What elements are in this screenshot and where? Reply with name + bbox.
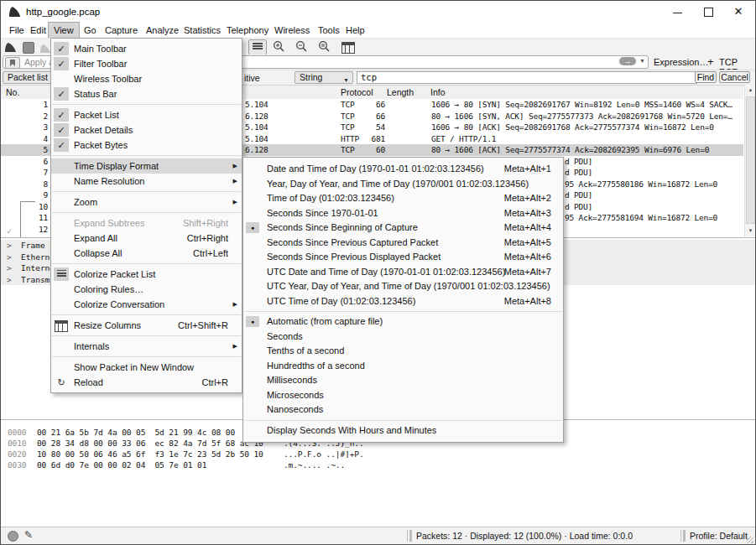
menu-item-label: Hundredths of a second: [267, 359, 365, 374]
zoom-reset-icon[interactable]: [318, 40, 331, 55]
view-menu-item-zoom[interactable]: Zoom▶: [51, 195, 242, 210]
time-format-option-microseconds[interactable]: Microseconds: [243, 388, 563, 403]
hex-ascii: .m.~.... .~..: [284, 459, 345, 470]
time-format-option-date-and-time-of-day-1970-01-01-01-02-03-123456[interactable]: Date and Time of Day (1970-01-01 01:02:0…: [243, 162, 563, 177]
view-menu-item-internals[interactable]: Internals▶: [51, 339, 242, 354]
view-menu-item-collapse-all[interactable]: Collapse AllCtrl+Left: [51, 246, 242, 261]
time-format-option-nanoseconds[interactable]: Nanoseconds: [243, 402, 563, 418]
view-menu-item-expand-all[interactable]: Expand AllCtrl+Right: [51, 231, 242, 246]
time-format-option-utc-year-day-of-year-and-time-of-day-1970-001-01-02-03-123456[interactable]: UTC Year, Day of Year, and Time of Day (…: [243, 279, 563, 294]
maximize-button[interactable]: [693, 1, 723, 23]
find-button[interactable]: Find: [695, 71, 717, 83]
menu-wireless[interactable]: Wireless: [269, 23, 315, 38]
time-format-option-automatic-from-capture-file[interactable]: ●Automatic (from capture file): [243, 314, 563, 330]
time-format-option-hundredths-of-a-second[interactable]: Hundredths of a second: [243, 359, 563, 374]
time-format-option-seconds-since-previous-captured-packet[interactable]: Seconds Since Previous Captured PacketMe…: [243, 236, 563, 251]
time-format-option-time-of-day-01-02-03-123456[interactable]: Time of Day (01:02:03.123456)Meta+Alt+2: [243, 191, 563, 206]
time-format-option-utc-date-and-time-of-day-1970-01-01-01-02-03-123456[interactable]: UTC Date and Time of Day (1970-01-01 01:…: [243, 265, 563, 280]
packet-number: 12: [1, 224, 48, 236]
menu-item-shortcut: Meta+Alt+7: [504, 265, 551, 280]
resize-grip[interactable]: [747, 537, 753, 543]
expander-icon[interactable]: >: [7, 240, 12, 252]
apply-filter-arrow-icon[interactable]: →: [619, 57, 636, 65]
menu-item-label: Time Display Format: [74, 158, 159, 174]
time-format-option-display-seconds-with-hours-and-minutes[interactable]: Display Seconds With Hours and Minutes: [243, 423, 563, 439]
menu-go[interactable]: Go: [79, 23, 102, 38]
hex-row[interactable]: 002010 80 00 50 06 46 a5 6f f3 1e 7c 23 …: [1, 449, 755, 459]
column-header-protocol[interactable]: Protocol: [341, 86, 373, 99]
menu-item-label: Expand All: [74, 231, 117, 246]
view-menu-item-packet-list[interactable]: ✓Packet List: [51, 107, 242, 122]
colorize-packet-list-icon[interactable]: [248, 39, 267, 55]
view-menu-item-coloring-rules[interactable]: Coloring Rules…: [51, 282, 242, 297]
packet-length: 66: [345, 99, 385, 111]
scroll-up-icon[interactable]: ▲: [745, 85, 756, 96]
menu-edit[interactable]: Edit: [25, 23, 51, 38]
column-header-info[interactable]: Info: [430, 86, 446, 99]
time-format-option-seconds-since-beginning-of-capture[interactable]: ●Seconds Since Beginning of CaptureMeta+…: [243, 221, 563, 236]
minimize-button[interactable]: [663, 1, 693, 23]
scroll-down-icon[interactable]: ▼: [745, 226, 756, 236]
view-menu-item-reload[interactable]: ↻ReloadCtrl+R: [51, 375, 242, 390]
menu-item-label: Colorize Conversation: [74, 297, 164, 312]
capture-comment-icon[interactable]: ✎: [24, 529, 33, 541]
expander-icon[interactable]: >: [7, 262, 12, 274]
search-input[interactable]: tcp: [357, 71, 697, 84]
view-menu-item-status-bar[interactable]: ✓Status Bar: [51, 86, 242, 101]
stop-capture-icon[interactable]: [23, 40, 34, 54]
status-bar: ✎ Packets: 12 · Displayed: 12 (100.0%) ·…: [1, 527, 755, 545]
add-filter-button[interactable]: +: [707, 55, 714, 68]
search-type-combo[interactable]: String ▼: [295, 71, 353, 84]
view-menu-item-name-resolution[interactable]: Name Resolution▶: [51, 174, 242, 189]
view-menu-item-show-packet-in-new-window[interactable]: Show Packet in New Window: [51, 360, 242, 375]
expander-icon[interactable]: >: [7, 252, 12, 263]
packet-time-fragment: 5.104: [245, 133, 269, 145]
zoom-out-icon[interactable]: [295, 40, 308, 55]
menu-capture[interactable]: Capture: [100, 23, 143, 38]
column-header-no[interactable]: No.: [6, 86, 19, 99]
view-menu-item-wireless-toolbar[interactable]: Wireless Toolbar: [51, 71, 242, 86]
view-menu-item-packet-bytes[interactable]: ✓Packet Bytes: [51, 138, 242, 153]
view-menu-item-resize-columns[interactable]: Resize ColumnsCtrl+Shift+R: [51, 318, 242, 333]
packet-info-fragment: d PDU]: [565, 156, 592, 168]
view-menu-item-filter-toolbar[interactable]: ✓Filter Toolbar: [51, 56, 242, 71]
packet-length: 681: [345, 133, 385, 145]
packet-info-fragment: d PDU]: [565, 201, 592, 213]
menu-item-shortcut: Ctrl+Right: [187, 231, 228, 246]
view-menu-item-packet-details[interactable]: ✓Packet Details: [51, 122, 242, 138]
expression-button[interactable]: Expression…: [654, 57, 708, 67]
view-menu-item-colorize-conversation[interactable]: Colorize Conversation▶: [51, 297, 242, 312]
time-format-option-seconds[interactable]: Seconds: [243, 330, 563, 345]
column-header-length[interactable]: Length: [387, 86, 414, 99]
menu-item-label: Wireless Toolbar: [74, 71, 142, 86]
resize-columns-icon[interactable]: [342, 40, 355, 54]
view-menu-item-time-display-format[interactable]: Time Display Format▶: [51, 158, 242, 174]
time-format-option-milliseconds[interactable]: Milliseconds: [243, 373, 563, 388]
menu-view[interactable]: View: [49, 23, 79, 38]
chevron-down-icon[interactable]: ▼: [639, 58, 645, 64]
menu-statistics[interactable]: Statistics: [179, 23, 226, 38]
profile-label[interactable]: Profile: Default: [690, 531, 748, 541]
packet-list-scrollbar[interactable]: ▲ ▼: [744, 85, 756, 236]
time-format-option-utc-time-of-day-01-02-03-123456[interactable]: UTC Time of Day (01:02:03.123456)Meta+Al…: [243, 294, 563, 309]
view-menu-item-main-toolbar[interactable]: ✓Main Toolbar: [51, 41, 242, 56]
time-format-option-tenths-of-a-second[interactable]: Tenths of a second: [243, 344, 563, 359]
menu-help[interactable]: Help: [341, 23, 370, 38]
menu-analyze[interactable]: Analyze: [141, 23, 184, 38]
bookmark-icon[interactable]: [5, 57, 20, 69]
zoom-in-icon[interactable]: [273, 40, 285, 55]
menu-separator: [52, 191, 241, 192]
time-format-option-seconds-since-1970-01-01[interactable]: Seconds Since 1970-01-01Meta+Alt+3: [243, 206, 563, 221]
cancel-button[interactable]: Cancel: [719, 71, 750, 83]
close-button[interactable]: ✕: [723, 1, 753, 23]
hex-offset: 0030: [8, 459, 26, 470]
time-format-option-year-day-of-year-and-time-of-day-1970-001-01-02-03-123456[interactable]: Year, Day of Year, and Time of Day (1970…: [243, 177, 563, 192]
scrollbar-thumb[interactable]: [746, 96, 755, 224]
expander-icon[interactable]: >: [7, 274, 12, 286]
view-menu-item-colorize-packet-list[interactable]: Colorize Packet List: [51, 267, 242, 282]
packet-statistics: Packets: 12 · Displayed: 12 (100.0%) · L…: [416, 531, 633, 541]
time-format-option-seconds-since-previous-displayed-packet[interactable]: Seconds Since Previous Displayed PacketM…: [243, 250, 563, 265]
expert-info-icon[interactable]: [8, 531, 18, 542]
menu-telephony[interactable]: Telephony: [222, 23, 274, 38]
hex-row[interactable]: 003000 6d d0 7e 00 00 02 04 05 7e 01 01.…: [1, 459, 755, 470]
